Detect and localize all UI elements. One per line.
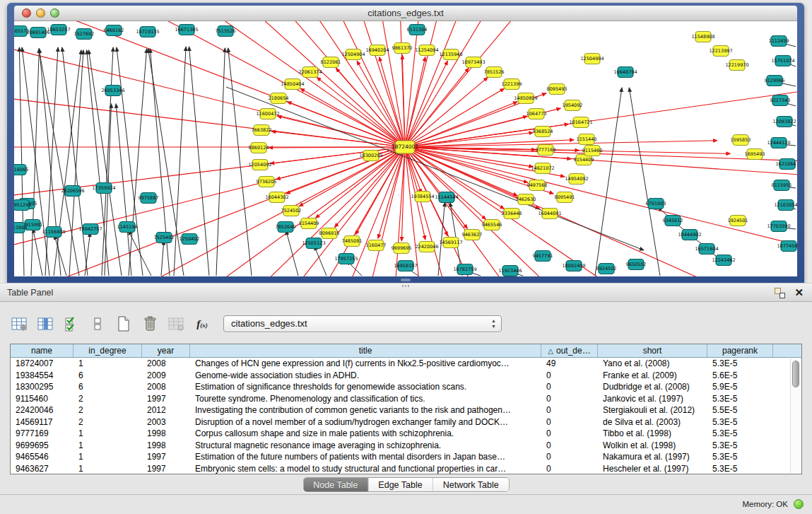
svg-text:16210643: 16210643	[775, 161, 797, 167]
svg-text:9463627: 9463627	[462, 232, 483, 238]
table-selector-dropdown[interactable]: citations_edges.txt▲▼	[223, 315, 502, 332]
cell-name: 9465546	[11, 451, 73, 463]
cell-short: Franke et al. (2009)	[598, 370, 707, 382]
cell-name: 9115460	[11, 393, 73, 405]
cell-short: Hescheler et al. (1997)	[598, 463, 707, 475]
cell-title: Corpus callosum shape and size in male p…	[190, 428, 541, 440]
selection-mode-icon[interactable]	[62, 315, 81, 333]
cell-short: Yano et al. (2008)	[598, 358, 707, 370]
cell-out_de: 0	[541, 451, 598, 463]
svg-text:9861370: 9861370	[392, 45, 413, 51]
cell-name: 18724007	[11, 358, 73, 370]
citation-network-graph[interactable]: 1872400718300295193845549777169146210729…	[14, 21, 797, 276]
network-canvas[interactable]: 1872400718300295193845549777169146210729…	[14, 21, 797, 276]
node-table: namein_degreeyeartitle△out_de…shortpager…	[10, 344, 802, 474]
table-row[interactable]: 969969511998Structural magnetic resonanc…	[11, 440, 801, 452]
cell-out_de: 0	[541, 416, 598, 428]
delete-table-icon[interactable]	[167, 315, 185, 333]
svg-text:16044091: 16044091	[538, 211, 561, 216]
network-window-titlebar[interactable]: citations_edges.txt	[14, 6, 797, 21]
close-panel-icon[interactable]: ✕	[794, 286, 804, 299]
svg-text:11254094: 11254094	[415, 47, 438, 53]
table-row[interactable]: 977716911998Corpus callosum shape and si…	[11, 428, 801, 440]
table-options-icon[interactable]	[10, 315, 28, 333]
cell-short: Tibbo et al. (1998)	[598, 428, 707, 440]
svg-text:9368524: 9368524	[533, 129, 553, 134]
row-height-icon[interactable]	[88, 315, 107, 333]
svg-text:22061374: 22061374	[298, 69, 322, 75]
svg-text:8095491: 8095491	[555, 194, 575, 200]
column-header-year[interactable]: year	[142, 344, 190, 357]
table-scrollbar[interactable]	[790, 358, 801, 473]
svg-text:10973493: 10973493	[461, 59, 485, 65]
column-header-name[interactable]: name	[11, 344, 73, 357]
function-builder-icon[interactable]: f(x)	[193, 315, 211, 333]
network-view-window: citations_edges.txt 18724007183002951938…	[7, 3, 804, 283]
svg-text:18092498: 18092498	[562, 263, 585, 269]
svg-text:15751074: 15751074	[771, 58, 794, 64]
cell-out_de: 0	[541, 463, 598, 475]
svg-text:12504904: 12504904	[341, 52, 365, 57]
svg-text:11923446: 11923446	[498, 268, 522, 274]
svg-text:8924502: 8924502	[596, 266, 617, 271]
cell-in_degree: 1	[73, 428, 142, 440]
svg-text:16671385: 16671385	[175, 27, 198, 33]
cell-in_degree: 1	[73, 463, 142, 475]
svg-text:1145194: 1145194	[117, 224, 138, 230]
svg-text:2516065: 2516065	[14, 167, 28, 173]
svg-text:1954092: 1954092	[563, 103, 583, 108]
float-panel-icon[interactable]	[775, 288, 785, 298]
table-row[interactable]: 1456911722003Disruption of a novel membe…	[11, 416, 801, 428]
svg-text:6791903: 6791903	[646, 201, 666, 206]
column-header-in_degree[interactable]: in_degree	[73, 344, 142, 357]
cell-name: 9463627	[11, 463, 73, 475]
column-header-short[interactable]: short	[598, 344, 707, 357]
svg-text:9227343: 9227343	[770, 98, 791, 103]
tab-edge-table[interactable]: Edge Table	[368, 478, 433, 491]
delete-column-icon[interactable]	[141, 315, 159, 333]
column-visibility-icon[interactable]	[36, 315, 54, 333]
column-header-out_de[interactable]: △out_de…	[541, 344, 598, 357]
memory-status-icon[interactable]	[794, 499, 804, 509]
window-resize-grip[interactable]	[401, 279, 411, 281]
create-column-icon[interactable]	[114, 315, 133, 333]
table-row[interactable]: 1872400712008Changes of HCN gene express…	[11, 358, 801, 370]
memory-status-label: Memory: OK	[742, 500, 788, 508]
svg-text:7515526: 7515526	[216, 28, 236, 34]
dropdown-arrows-icon: ▲▼	[491, 318, 496, 329]
cell-pagerank: 5.5E-5	[707, 404, 773, 416]
sort-ascending-icon: △	[548, 347, 553, 355]
cell-in_degree: 1	[73, 358, 142, 370]
scrollbar-thumb[interactable]	[792, 361, 799, 387]
table-row[interactable]: 1830029562008Estimation of significance …	[11, 381, 801, 393]
table-row[interactable]: 1938455462009Genome-wide association stu…	[11, 370, 801, 382]
cell-year: 1997	[142, 463, 190, 475]
svg-text:11600472: 11600472	[256, 111, 279, 117]
svg-text:10719135: 10719135	[136, 29, 159, 35]
svg-text:9975887: 9975887	[139, 195, 159, 201]
svg-text:12054092: 12054092	[248, 162, 271, 168]
column-header-pagerank[interactable]: pagerank	[707, 344, 773, 357]
panel-drag-grip[interactable]	[402, 285, 411, 287]
svg-text:17359924: 17359924	[92, 185, 115, 191]
svg-text:9699695: 9699695	[392, 245, 412, 251]
table-row[interactable]: 911546021997Tourette syndrome. Phenomeno…	[11, 393, 801, 405]
table-row[interactable]: 946554611997Estimation of the future num…	[11, 451, 801, 463]
cell-short: Dudbridge et al. (2008)	[598, 381, 707, 393]
svg-text:7851526: 7851526	[484, 69, 505, 75]
table-row[interactable]: 2242004622012Investigating the contribut…	[11, 404, 801, 416]
cell-out_de: 49	[541, 358, 598, 370]
table-row[interactable]: 946362711997Embryonic stem cells: a mode…	[11, 463, 801, 475]
svg-text:9777169: 9777169	[536, 147, 556, 153]
tab-network-table[interactable]: Network Table	[433, 478, 509, 491]
tab-node-table[interactable]: Node Table	[303, 478, 368, 491]
table-body: 1872400712008Changes of HCN gene express…	[11, 358, 801, 474]
svg-text:12505123: 12505123	[302, 240, 325, 246]
svg-text:10164721: 10164721	[569, 119, 592, 125]
cell-out_de: 0	[541, 370, 598, 382]
column-header-title[interactable]: title	[190, 344, 541, 357]
cell-pagerank: 5.3E-5	[707, 428, 773, 440]
cell-in_degree: 6	[73, 381, 142, 393]
svg-text:9457791: 9457791	[533, 253, 553, 259]
svg-text:15144544: 15144544	[435, 194, 458, 200]
